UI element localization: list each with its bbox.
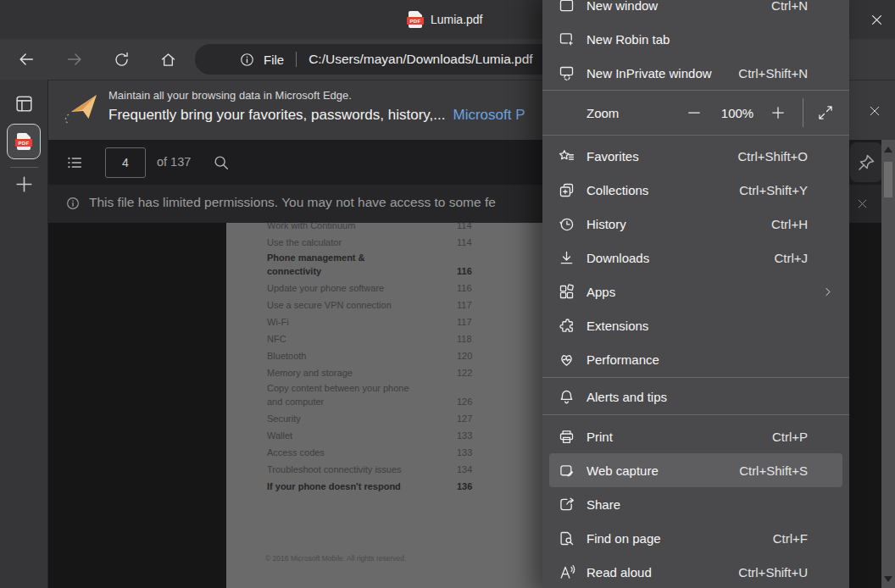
copyright-footer: © 2016 Microsoft Mobile. All rights rese…: [265, 554, 406, 563]
menu-item-label: Downloads: [586, 251, 649, 265]
toc-entry-label: and computer: [267, 397, 447, 407]
toc-entry-page: 126: [447, 397, 472, 407]
zoom-out-button[interactable]: [682, 102, 706, 124]
tab-lumia-pdf[interactable]: PDF Lumia.pdf: [400, 5, 491, 34]
menu-item-shortcut: Ctrl+P: [772, 430, 808, 444]
scrollbar-thumb[interactable]: [884, 162, 892, 197]
chevron-right-icon: [821, 286, 834, 298]
menu-item-shortcut: Ctrl+N: [771, 0, 808, 13]
forward-button: [63, 47, 86, 71]
toc-row[interactable]: If your phone doesn't respond136: [267, 478, 472, 495]
menu-item-shortcut: Ctrl+F: [773, 531, 808, 546]
menu-item-new-inprivate-window[interactable]: New InPrivate windowCtrl+Shift+N: [542, 56, 849, 90]
menu-item-apps[interactable]: Apps: [542, 275, 849, 308]
refresh-button[interactable]: [109, 47, 133, 71]
toc-row[interactable]: Bluetooth120: [267, 347, 472, 364]
toc-row[interactable]: Use the calculator114: [267, 234, 472, 251]
toc-row[interactable]: Troubleshoot connectivity issues134: [267, 461, 472, 478]
toc-entry-page: 133: [447, 447, 472, 458]
vertical-scrollbar[interactable]: [881, 140, 895, 588]
menu-item-label: Alerts and tips: [586, 390, 667, 404]
new-window-icon: [556, 0, 576, 15]
toc-entry-page: 120: [447, 351, 472, 361]
toc-entry-label: NFC: [267, 334, 447, 344]
toc-row[interactable]: Wallet133: [267, 427, 472, 444]
downloads-icon: [556, 247, 576, 268]
menu-item-label: Find on page: [586, 531, 661, 546]
menu-item-extensions[interactable]: Extensions: [542, 308, 849, 342]
toc-row[interactable]: Work with Continuum114: [267, 223, 472, 234]
toc-entry-label: Bluetooth: [267, 351, 447, 361]
toc-entry-label: Work with Continuum: [267, 223, 447, 230]
toc-row[interactable]: Update your phone software116: [267, 280, 472, 297]
toc-entry-label: Copy content between your phone: [267, 383, 472, 393]
vertical-tabs-icon[interactable]: [14, 93, 35, 114]
scroll-up-arrow[interactable]: [884, 147, 892, 153]
menu-item-history[interactable]: HistoryCtrl+H: [542, 207, 849, 241]
menu-item-shortcut: Ctrl+J: [774, 251, 808, 265]
info-icon[interactable]: [239, 52, 255, 68]
back-button[interactable]: [14, 47, 38, 71]
menu-item-label: New window: [586, 0, 658, 13]
zoom-in-button[interactable]: [766, 102, 790, 124]
toc-entry-page: 133: [447, 430, 472, 441]
extensions-icon: [556, 315, 576, 336]
menu-item-read-aloud[interactable]: Read aloudCtrl+Shift+U: [542, 555, 849, 588]
new-tab-icon: [556, 29, 576, 49]
toc-row[interactable]: Security127: [267, 410, 472, 427]
toc-entry-label: Troubleshoot connectivity issues: [267, 464, 447, 474]
scroll-down-arrow[interactable]: [884, 576, 892, 582]
paper-plane-icon: [62, 89, 101, 131]
menu-item-find-on-page[interactable]: Find on pageCtrl+F: [542, 521, 849, 555]
toc-row[interactable]: Phone management &connectivity116: [267, 251, 472, 280]
menu-item-collections[interactable]: CollectionsCtrl+Shift+Y: [542, 173, 849, 207]
page-number-input[interactable]: [105, 147, 146, 178]
search-icon[interactable]: [209, 151, 233, 175]
fullscreen-icon[interactable]: [814, 102, 837, 124]
share-icon: [556, 494, 576, 514]
alerts-icon: [556, 386, 576, 407]
menu-item-performance[interactable]: Performance: [542, 342, 849, 376]
window-close-button[interactable]: [864, 7, 889, 32]
menu-item-shortcut: Ctrl+Shift+S: [739, 463, 808, 478]
toc-entry-label: Use the calculator: [267, 237, 447, 247]
home-button[interactable]: [156, 47, 180, 71]
toc-row[interactable]: NFC118: [267, 330, 472, 347]
zoom-label: Zoom: [586, 106, 619, 120]
print-icon: [556, 426, 576, 447]
toc-row[interactable]: Copy content between your phoneand compu…: [267, 381, 472, 410]
address-bar[interactable]: File C:/Users/mayan/Downloads/Lumia.pdf: [195, 44, 593, 75]
performance-icon: [556, 349, 576, 369]
menu-item-label: Share: [586, 497, 620, 512]
table-of-contents-icon[interactable]: [63, 151, 86, 175]
toc-entry-page: 136: [447, 481, 472, 491]
pin-toolbar-icon[interactable]: [850, 142, 882, 182]
toc-entry-page: 116: [447, 283, 472, 293]
banner-link[interactable]: Microsoft P: [453, 107, 525, 123]
menu-item-label: Collections: [586, 183, 648, 197]
toc-entry-label: Phone management &: [267, 252, 472, 263]
menu-item-shortcut: Ctrl+Shift+N: [738, 66, 808, 80]
sidebar-tab-lumia-pdf[interactable]: PDF: [7, 124, 41, 159]
menu-item-new-window[interactable]: New windowCtrl+N: [542, 0, 849, 22]
menu-item-favorites[interactable]: FavoritesCtrl+Shift+O: [542, 139, 849, 173]
menu-item-alerts-and-tips[interactable]: Alerts and tips: [542, 380, 849, 413]
menu-item-new-robin-tab[interactable]: New Robin tab: [542, 22, 849, 56]
menu-item-web-capture[interactable]: Web captureCtrl+Shift+S: [549, 453, 842, 487]
notice-close-button[interactable]: [851, 192, 873, 214]
address-divider: [296, 52, 297, 67]
toc-row[interactable]: Access codes133: [267, 444, 472, 461]
toc-row[interactable]: Use a secure VPN connection117: [267, 297, 472, 313]
toc-row[interactable]: Wi-Fi117: [267, 313, 472, 330]
menu-item-print[interactable]: PrintCtrl+P: [542, 419, 849, 453]
menu-item-share[interactable]: Share: [542, 487, 849, 521]
url-text: C:/Users/mayan/Downloads/Lumia.pdf: [309, 52, 532, 67]
page-total-label: of 137: [157, 155, 191, 169]
new-tab-plus-icon[interactable]: [14, 174, 35, 195]
menu-item-label: Performance: [586, 352, 659, 367]
menu-item-downloads[interactable]: DownloadsCtrl+J: [542, 241, 849, 275]
toc-row[interactable]: Memory and storage122: [267, 364, 472, 381]
favorites-icon: [556, 146, 576, 166]
banner-close-button[interactable]: [863, 99, 887, 123]
pdf-file-icon: PDF: [409, 11, 422, 28]
